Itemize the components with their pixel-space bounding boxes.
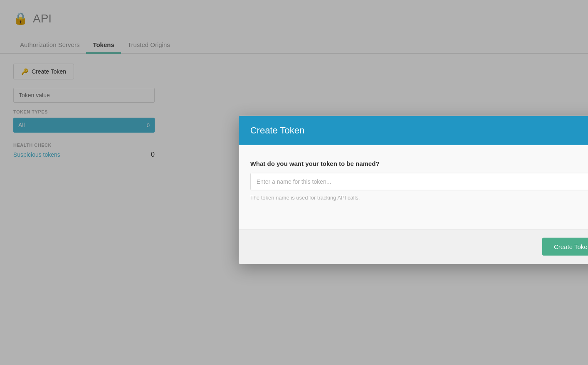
modal-title: Create Token <box>250 125 304 136</box>
create-token-modal: Create Token × What do you want your tok… <box>239 116 588 264</box>
modal-body: What do you want your token to be named?… <box>239 145 588 229</box>
modal-header: Create Token × <box>239 116 588 145</box>
modal-question: What do you want your token to be named? <box>250 160 588 167</box>
modal-submit-button[interactable]: Create Token <box>542 238 588 256</box>
modal-footer: Create Token Cancel <box>239 229 588 264</box>
token-name-input[interactable] <box>250 173 588 190</box>
page: 🔒 API Authorization Servers Tokens Trust… <box>0 0 588 365</box>
modal-hint: The token name is used for tracking API … <box>250 195 588 201</box>
